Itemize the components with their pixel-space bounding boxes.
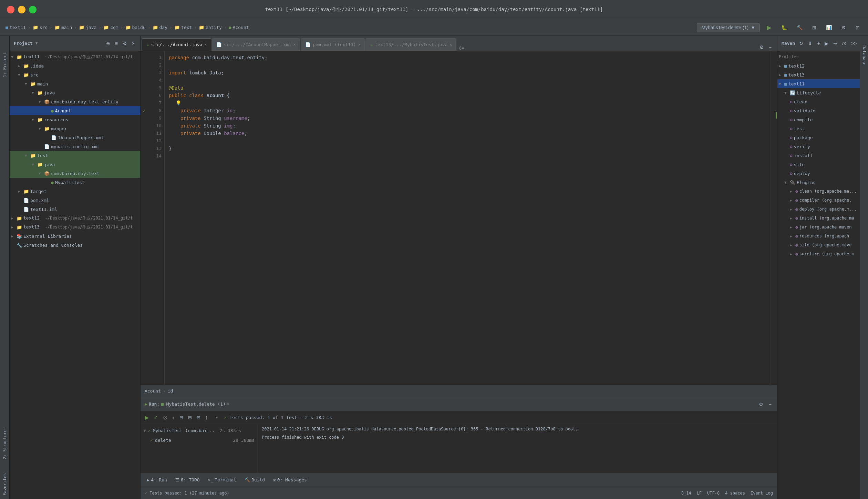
breadcrumb-project[interactable]: ■ text11 (6, 25, 26, 30)
tab-pom-xml[interactable]: 📄 pom.xml (text13) ✕ (301, 38, 365, 51)
structure-tab-label[interactable]: 2: Structure (2, 429, 7, 459)
run-tree-item-mybatistest[interactable]: ▼ ✓ MybatisTest (com.bai... 2s 383ms (141, 426, 257, 435)
tab-mybatistest-java[interactable]: ☕ text13/.../MybatisTest.java ✕ (365, 38, 456, 51)
database-tab-label[interactable]: Database (862, 45, 867, 65)
bottom-tab-terminal[interactable]: >_ Terminal (205, 476, 240, 484)
maven-item-text11[interactable]: ▼ ■ text11 (777, 79, 860, 88)
collapse-button[interactable]: ≡ (114, 40, 119, 47)
tree-item-pomxml[interactable]: 📄 pom.xml (10, 196, 140, 205)
maven-item-text13[interactable]: ▶ ■ text13 (777, 70, 860, 79)
run-config-dropdown[interactable]: MybatisTest.delete (1) ▼ (697, 23, 760, 32)
maven-download-button[interactable]: ⬇ (807, 40, 814, 47)
maven-plugin-site[interactable]: ▶ ⚙ site (org.apache.mave (777, 241, 860, 250)
close-button[interactable] (7, 6, 14, 13)
run-button[interactable]: ▶ (764, 22, 774, 33)
maven-m-button[interactable]: m (841, 40, 848, 47)
close-panel-button[interactable]: × (131, 40, 136, 47)
bottom-tab-build[interactable]: 🔨 Build (241, 476, 268, 484)
tree-item-test[interactable]: ▼ 📁 test (10, 151, 140, 160)
maven-lifecycle-site[interactable]: ⚙ site (777, 160, 860, 169)
maven-item-text12[interactable]: ▶ ■ text12 (777, 61, 860, 70)
run-tree-item-delete[interactable]: ✓ delete 2s 383ms (141, 435, 257, 445)
run-tab-label[interactable]: ▶ Run: ■ MybatisTest.delete (1) ✕ (145, 401, 229, 407)
stop-button[interactable]: ⊘ (162, 414, 169, 421)
project-tab-label[interactable]: 1: Project (2, 52, 7, 77)
tree-item-java-test[interactable]: ▼ 📁 java (10, 160, 140, 169)
expand-all-button[interactable]: ⊞ (187, 414, 193, 421)
settings-gear-icon[interactable]: ⚙ (839, 23, 849, 32)
maven-lifecycle-clean[interactable]: ⚙ clean (777, 97, 860, 106)
tree-item-package-entity[interactable]: ▼ 📦 com.baidu.day.text.entity (10, 97, 140, 106)
run-controls[interactable]: ▶ ✓ ⊘ ↕ ⊟ ⊞ ⊟ ↑ » ✓ Tests passed: 1 of 1… (141, 411, 777, 424)
project-tree[interactable]: ▼ 📁 text11 ~/Desktop/java/作业/2021.01/14_… (10, 51, 140, 499)
tree-item-acount[interactable]: ● Acount (10, 106, 140, 115)
tree-item-main[interactable]: ▼ 📁 main (10, 79, 140, 88)
maven-plugin-clean[interactable]: ▶ ⚙ clean (org.apache.ma... (777, 187, 860, 196)
tree-item-idea[interactable]: ▶ 📁 .idea (10, 61, 140, 70)
build-button[interactable]: 🔨 (794, 23, 805, 32)
maven-skip-button[interactable]: ⇥ (832, 40, 839, 47)
bottom-tab-messages[interactable]: ✉ 0: Messages (270, 476, 310, 484)
tree-item-src[interactable]: ▼ 📁 src (10, 70, 140, 79)
minimize-button[interactable] (18, 6, 25, 13)
tree-item-text13[interactable]: ▶ 📁 text13 ~/Desktop/java/作业/2021.01/14_… (10, 223, 140, 232)
tree-item-text11[interactable]: ▼ 📁 text11 ~/Desktop/java/作业/2021.01/14_… (10, 52, 140, 61)
tree-item-iacountmapper[interactable]: 📄 IAcountMapper.xml (10, 133, 140, 142)
filter-button[interactable]: ⊟ (178, 414, 185, 421)
up-button[interactable]: ↑ (204, 414, 209, 421)
locate-button[interactable]: ⊕ (105, 40, 112, 47)
tab-overflow-badge[interactable]: 6 ≡ (457, 46, 466, 51)
expand-button[interactable]: ⊡ (853, 23, 862, 32)
sort-button[interactable]: ↕ (171, 414, 176, 421)
tab-close-button[interactable]: ✕ (358, 42, 361, 47)
minimize-editor-button[interactable]: − (767, 44, 773, 51)
tree-item-external-libs[interactable]: ▶ 📚 External Libraries (10, 232, 140, 241)
cursor-position[interactable]: 8:14 (681, 491, 691, 496)
maven-item-plugins[interactable]: ▼ 🔌 Plugins (777, 178, 860, 187)
maven-plugin-deploy[interactable]: ▶ ⚙ deploy (org.apache.m... (777, 205, 860, 214)
maven-plugin-install[interactable]: ▶ ⚙ install (org.apache.ma (777, 214, 860, 223)
maven-tree[interactable]: Profiles ▶ ■ text12 ▶ ■ text13 ▼ ■ text1… (777, 51, 860, 499)
bottom-tabs[interactable]: ▶ 4: Run ☰ 6: TODO >_ Terminal 🔨 Build ✉… (141, 473, 777, 487)
settings-icon[interactable]: ⚙ (758, 44, 765, 51)
indent-info[interactable]: 4 spaces (725, 491, 745, 496)
run-minimize-button[interactable]: − (767, 401, 773, 408)
debug-button[interactable]: 🐛 (778, 23, 790, 32)
maven-plugin-surefire[interactable]: ▶ ⚙ surefire (org.apache.m (777, 250, 860, 258)
tab-close-button[interactable]: ✕ (293, 42, 296, 47)
check-button[interactable]: ✓ (152, 414, 159, 421)
maximize-button[interactable] (29, 6, 37, 13)
panel-controls[interactable]: ⊕ ≡ ⚙ × (105, 40, 136, 47)
code-content[interactable]: package com.baidu.day.text.entity; impor… (165, 51, 770, 385)
maven-run-button[interactable]: ▶ (823, 40, 830, 47)
tree-item-java-main[interactable]: ▼ 📁 java (10, 88, 140, 97)
tab-close-button[interactable]: ✕ (205, 42, 207, 47)
maven-lifecycle-compile[interactable]: ⚙ compile (777, 115, 860, 124)
bottom-tab-todo[interactable]: ☰ 6: TODO (172, 476, 203, 484)
tab-close-button[interactable]: ✕ (450, 42, 452, 47)
profile-button[interactable]: 📊 (823, 23, 835, 32)
maven-lifecycle-install[interactable]: ⚙ install (777, 151, 860, 160)
encoding[interactable]: UTF-8 (707, 491, 720, 496)
restart-button[interactable]: ▶ (143, 414, 150, 421)
run-close-button[interactable]: ✕ (227, 402, 229, 406)
maven-lifecycle-deploy[interactable]: ⚙ deploy (777, 169, 860, 178)
window-controls[interactable] (7, 6, 37, 13)
tree-item-package-text[interactable]: ▼ 📦 com.baidu.day.text (10, 169, 140, 178)
maven-item-lifecycle[interactable]: ▼ 🔄 Lifecycle (777, 88, 860, 97)
run-settings-button[interactable]: ⚙ (757, 401, 765, 408)
tab-iacountmapper-xml[interactable]: 📄 src/.../IAcountMapper.xml ✕ (212, 38, 300, 51)
code-editor[interactable]: ✓ 1 2 3 4 5 6 7 8 9 10 11 12 13 (141, 51, 777, 385)
tree-item-mybatistest[interactable]: ● MybatisTest (10, 178, 140, 187)
tree-item-mapper[interactable]: ▼ 📁 mapper (10, 124, 140, 133)
favorites-tab-label[interactable]: Favorites (2, 473, 7, 496)
tree-item-text12[interactable]: ▶ 📁 text12 ~/Desktop/java/作业/2021.01/14_… (10, 214, 140, 223)
maven-plugin-compiler[interactable]: ▶ ⚙ compiler (org.apache. (777, 196, 860, 205)
coverage-button[interactable]: ⊞ (809, 23, 819, 32)
maven-lifecycle-verify[interactable]: ⚙ verify (777, 142, 860, 151)
tree-item-scratches[interactable]: 🔧 Scratches and Consoles (10, 241, 140, 250)
run-test-tree[interactable]: ▼ ✓ MybatisTest (com.bai... 2s 383ms ✓ d… (141, 424, 258, 473)
tree-item-mybatisconfig[interactable]: 📄 mybatis-config.xml (10, 142, 140, 151)
event-log-label[interactable]: Event Log (751, 491, 773, 496)
line-separator[interactable]: LF (697, 491, 702, 496)
